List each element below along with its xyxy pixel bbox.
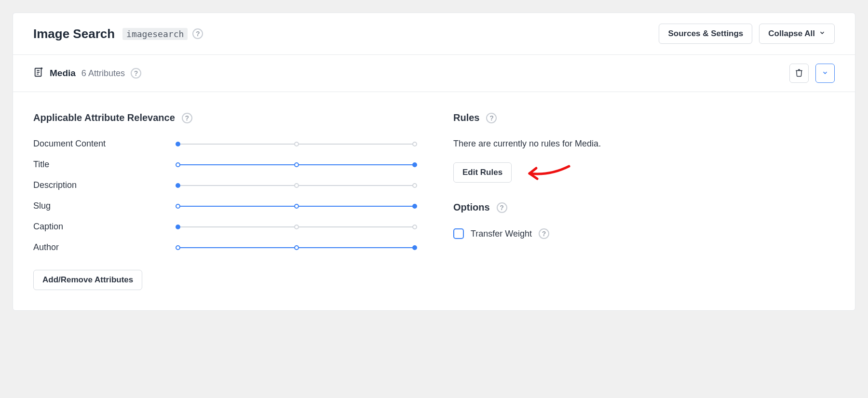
attribute-label: Title (33, 159, 159, 170)
collapse-all-label: Collapse All (768, 29, 815, 39)
slider-stop (294, 142, 299, 146)
rules-options-column: Rules ? There are currently no rules for… (453, 112, 835, 290)
slider-track (297, 206, 415, 207)
help-icon[interactable]: ? (182, 113, 192, 123)
slider-stop (294, 204, 299, 209)
relevance-heading-row: Applicable Attribute Relevance ? (33, 112, 415, 123)
attribute-row: Title (33, 159, 415, 170)
page-title: Image Search (33, 27, 115, 41)
rules-heading-row: Rules ? (453, 112, 835, 123)
slider-stop (412, 225, 417, 229)
relevance-slider[interactable] (178, 183, 415, 188)
relevance-slider[interactable] (178, 162, 415, 168)
add-remove-attributes-label: Add/Remove Attributes (42, 275, 133, 285)
slider-track (297, 185, 415, 186)
section-header: Media 6 Attributes ? (13, 55, 855, 92)
slider-stop (176, 162, 180, 167)
slider-track (297, 164, 415, 165)
transfer-weight-label: Transfer Weight (471, 229, 532, 239)
section-right (789, 64, 835, 83)
rules-heading: Rules (453, 112, 479, 123)
slider-stop (176, 225, 180, 229)
attribute-label: Author (33, 242, 159, 252)
trash-icon (795, 68, 803, 79)
edit-rules-button[interactable]: Edit Rules (453, 162, 512, 183)
rules-empty-text: There are currently no rules for Media. (453, 139, 835, 149)
header-right: Sources & Settings Collapse All (659, 24, 835, 44)
help-icon[interactable]: ? (497, 202, 507, 213)
slider-stop (412, 162, 417, 167)
relevance-slider[interactable] (178, 245, 415, 251)
slider-stop (294, 183, 299, 188)
slider-stop (176, 142, 180, 146)
chevron-down-icon (822, 69, 828, 78)
slider-track (178, 164, 297, 165)
slider-track (297, 226, 415, 227)
add-remove-attributes-button[interactable]: Add/Remove Attributes (33, 270, 142, 290)
slider-track (178, 144, 297, 145)
options-heading: Options (453, 202, 490, 213)
slider-track (178, 206, 297, 207)
options-heading-row: Options ? (453, 202, 835, 213)
document-add-icon (33, 67, 44, 80)
collapse-all-button[interactable]: Collapse All (759, 24, 835, 44)
attribute-row: Caption (33, 222, 415, 232)
edit-rules-wrap: Edit Rules (453, 162, 512, 183)
slider-stop (412, 183, 417, 188)
section-content: Applicable Attribute Relevance ? Documen… (13, 92, 855, 310)
collapse-section-button[interactable] (815, 64, 835, 83)
slider-track (178, 247, 297, 248)
help-icon[interactable]: ? (192, 28, 203, 39)
delete-section-button[interactable] (789, 64, 809, 83)
annotation-arrow-icon (521, 161, 574, 186)
attribute-row: Document Content (33, 139, 415, 149)
slider-stop (412, 142, 417, 146)
transfer-weight-checkbox[interactable] (453, 228, 464, 239)
slider-track (297, 144, 415, 145)
section-left: Media 6 Attributes ? (33, 67, 141, 80)
slider-stop (294, 225, 299, 229)
attribute-count: 6 Attributes (81, 68, 125, 79)
slider-stop (294, 162, 299, 167)
relevance-slider[interactable] (178, 141, 415, 147)
slider-stop (176, 183, 180, 188)
help-icon[interactable]: ? (486, 113, 497, 123)
slider-stop (176, 245, 180, 250)
attribute-row: Author (33, 242, 415, 252)
settings-card: Image Search imagesearch ? Sources & Set… (13, 13, 855, 311)
attribute-label: Description (33, 180, 159, 190)
attribute-row: Slug (33, 201, 415, 211)
attribute-label: Slug (33, 201, 159, 211)
attribute-label: Caption (33, 222, 159, 232)
slider-stop (176, 204, 180, 209)
slider-track (178, 226, 297, 227)
help-icon[interactable]: ? (131, 68, 141, 79)
page-header: Image Search imagesearch ? Sources & Set… (13, 13, 855, 55)
attribute-label: Document Content (33, 139, 159, 149)
chevron-down-icon (819, 29, 826, 39)
relevance-column: Applicable Attribute Relevance ? Documen… (33, 112, 415, 290)
header-left: Image Search imagesearch ? (33, 27, 203, 41)
slider-track (297, 247, 415, 248)
slider-stop (412, 245, 417, 250)
options-block: Options ? Transfer Weight ? (453, 202, 835, 239)
relevance-heading: Applicable Attribute Relevance (33, 112, 175, 123)
slider-stop (412, 204, 417, 209)
attribute-list: Document ContentTitleDescriptionSlugCapt… (33, 139, 415, 252)
engine-slug: imagesearch (122, 28, 188, 40)
attribute-row: Description (33, 180, 415, 190)
help-icon[interactable]: ? (539, 228, 549, 239)
section-name: Media (50, 68, 76, 79)
edit-rules-label: Edit Rules (462, 168, 502, 177)
transfer-weight-row: Transfer Weight ? (453, 228, 835, 239)
slider-stop (294, 245, 299, 250)
slider-track (178, 185, 297, 186)
relevance-slider[interactable] (178, 224, 415, 230)
sources-settings-button[interactable]: Sources & Settings (659, 24, 752, 44)
sources-settings-label: Sources & Settings (668, 29, 743, 39)
relevance-slider[interactable] (178, 203, 415, 209)
